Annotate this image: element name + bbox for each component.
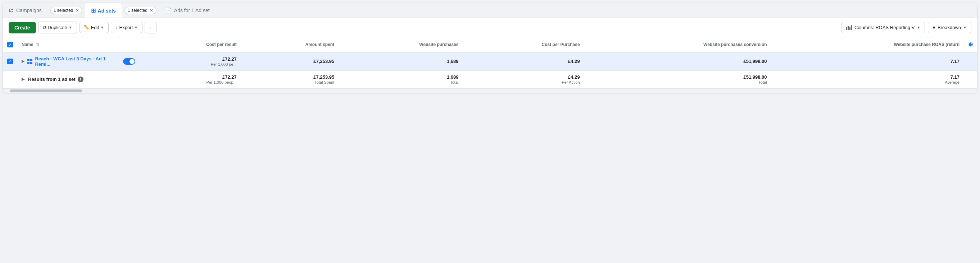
tab-bar: 🗂 Campaigns 1 selected ✕ ⊞ Ad sets 1 sel… [3,3,977,18]
edit-label: Edit [91,25,99,30]
summary-expand-icon[interactable]: ▶ [22,77,24,82]
campaigns-selected-badge[interactable]: 1 selected ✕ [50,7,83,14]
summary-cost-per-result: £72.27 Per 1,000 peop... [140,70,241,88]
breakdown-button[interactable]: ≡ Breakdown ▼ [928,22,971,33]
export-chevron: ▼ [134,25,138,30]
row-checkbox-cell: ✓ [3,52,17,70]
summary-cost-per-purchase: £4.29 Per Action [463,70,584,88]
tab-ads[interactable]: 📄 Ads for 1 Ad set [159,3,215,17]
create-button[interactable]: Create [9,22,36,33]
edit-button[interactable]: ✏️ Edit ▼ [79,22,109,33]
adsets-selected-count: 1 selected [128,8,148,13]
tab-adsets[interactable]: ⊞ Ad sets [85,3,122,17]
duplicate-label: Duplicate [48,25,67,30]
th-wp-conversion: Website purchases conversion [584,37,772,52]
more-icon: ··· [149,25,153,30]
columns-label: Columns: ROAS Reporting V [854,25,915,30]
main-container: 🗂 Campaigns 1 selected ✕ ⊞ Ad sets 1 sel… [3,3,977,93]
row-roas: 7.17 [772,52,964,70]
summary-wp-conversion: £51,998.00 Total [584,70,772,88]
row-amount-spent: £7,253.95 [241,52,339,70]
row-wp-conversion: £51,998.00 [584,52,772,70]
row-toggle[interactable] [123,58,135,65]
export-button[interactable]: ↕ Export ▼ [111,22,142,33]
export-label: Export [119,25,133,30]
tab-campaigns-label: Campaigns [16,8,42,13]
svg-rect-3 [30,62,32,64]
row-website-purchases: 1,689 [339,52,463,70]
tab-adsets-label: Ad sets [98,8,116,14]
row-checkbox[interactable]: ✓ [7,59,13,64]
edit-chevron: ▼ [100,25,104,30]
toolbar-right: Columns: ROAS Reporting V ▼ ≡ Breakdown … [841,22,971,33]
campaigns-badge-close[interactable]: ✕ [76,8,79,13]
tab-ads-label: Ads for 1 Ad set [174,8,210,13]
breakdown-chevron: ▼ [963,25,967,30]
th-add-column[interactable]: ⊕ [964,37,977,52]
select-all-checkbox[interactable]: ✓ [7,42,13,48]
tab-campaigns-selected: 1 selected ✕ [48,3,85,17]
summary-name-cell: ▶ Results from 1 ad set i [17,70,140,88]
summary-roas: 7.17 Average [772,70,964,88]
th-check: ✓ [3,37,17,52]
row-plus-cell [964,52,977,70]
toolbar: Create ⧉ Duplicate ▼ ✏️ Edit ▼ ↕ Export … [3,18,977,37]
svg-rect-1 [30,59,32,61]
th-website-purchases: Website purchases [339,37,463,52]
columns-button[interactable]: Columns: ROAS Reporting V ▼ [841,22,925,33]
breakdown-icon: ≡ [932,25,935,30]
row-name-link[interactable]: Reach - WCA Last 3 Days - Ad 1 Remi... [35,56,119,67]
more-button[interactable]: ··· [145,22,157,33]
folder-icon: 🗂 [9,7,14,13]
row-cost-per-result: £72.27 Per 1,000 pe... [140,52,241,70]
summary-info-icon[interactable]: i [78,76,83,82]
tab-adsets-selected: 1 selected ✕ [122,3,159,17]
name-sort-icon[interactable]: ⇅ [36,42,39,47]
th-amount-spent: Amount spent [241,37,339,52]
svg-rect-2 [27,62,30,64]
summary-website-purchases: 1,689 Total [339,70,463,88]
edit-icon: ✏️ [84,25,89,30]
row-cost-per-purchase: £4.29 [463,52,584,70]
th-roas: Website purchase ROAS (return [772,37,964,52]
summary-row: ▶ Results from 1 ad set i £72.27 Per 1,0… [3,70,977,88]
duplicate-icon: ⧉ [43,24,46,30]
th-cost-per-result: Cost per result [140,37,241,52]
export-icon: ↕ [116,25,118,30]
row-expand-icon[interactable]: ▶ [22,59,24,63]
summary-label-text: Results from 1 ad set [28,76,76,82]
summary-check-cell [3,70,17,88]
th-cost-per-purchase: Cost per Purchase [463,37,584,52]
columns-chevron: ▼ [917,25,921,30]
add-column-icon: ⊕ [968,41,973,48]
adsets-selected-badge[interactable]: 1 selected ✕ [124,7,156,14]
breakdown-label: Breakdown [937,25,961,30]
main-table: ✓ Name ⇅ Cost per result Amount spent W [3,37,977,89]
svg-rect-0 [27,59,30,61]
tab-campaigns[interactable]: 🗂 Campaigns [3,3,48,17]
summary-plus-cell [964,70,977,88]
campaigns-selected-count: 1 selected [54,8,73,13]
horizontal-scrollbar[interactable] [3,89,977,93]
scrollbar-thumb[interactable] [10,89,82,92]
summary-amount-spent: £7,253.95 Total Spent [241,70,339,88]
duplicate-chevron: ▼ [69,25,72,30]
duplicate-button[interactable]: ⧉ Duplicate ▼ [38,22,77,33]
grid-icon: ⊞ [91,7,96,14]
table-row: ✓ ▶ [3,52,977,70]
table-wrap: ✓ Name ⇅ Cost per result Amount spent W [3,37,977,89]
th-name: Name ⇅ [17,37,140,52]
columns-icon [846,25,852,30]
table-header-row: ✓ Name ⇅ Cost per result Amount spent W [3,37,977,52]
adsets-badge-close[interactable]: ✕ [150,8,153,13]
adset-icon [27,58,33,65]
row-name-cell: ▶ Reach - WCA Last 3 Days - Ad 1 Remi... [17,52,140,70]
doc-icon: 📄 [165,7,172,14]
